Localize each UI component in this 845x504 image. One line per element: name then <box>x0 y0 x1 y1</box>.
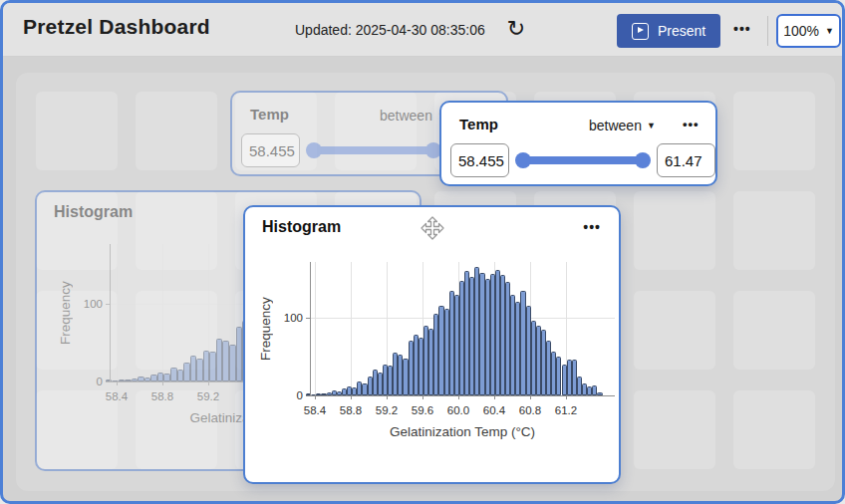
x-tick-label: 59.2 <box>376 404 398 416</box>
toolbar-divider <box>767 16 768 46</box>
x-tick-label: 58.4 <box>304 404 326 416</box>
x-axis <box>310 395 615 396</box>
histogram-bar <box>567 360 572 395</box>
placeholder-tile <box>733 390 815 469</box>
histogram-bar <box>526 306 531 395</box>
histogram-bar <box>449 291 454 395</box>
y-tick-label: 0 <box>73 376 103 387</box>
histogram-bar <box>229 345 236 381</box>
histogram-bar <box>438 306 443 395</box>
slider-handle-max[interactable] <box>635 152 651 168</box>
gridline <box>351 262 352 395</box>
zoom-value: 100% <box>783 23 819 39</box>
gridline <box>315 262 316 395</box>
x-tick-label: 58.4 <box>106 390 128 402</box>
histogram-bar <box>368 377 373 396</box>
temp-filter-panel: Temp between ▼ ••• <box>439 101 717 186</box>
placeholder-tile <box>733 92 815 170</box>
min-value-input[interactable] <box>450 143 509 177</box>
page-title: Pretzel Dashboard <box>23 15 210 39</box>
y-axis <box>110 244 111 381</box>
histogram-bar <box>150 375 157 381</box>
histogram-panel: Histogram ••• 58.458.859.259.660.060.460… <box>243 205 621 484</box>
y-tick-label: 0 <box>273 389 303 401</box>
more-menu-icon[interactable]: ••• <box>729 17 755 41</box>
histogram-bar <box>403 359 408 395</box>
refresh-icon[interactable]: ↻ <box>502 14 530 44</box>
x-tick-label: 61.2 <box>555 404 577 416</box>
placeholder-tile <box>634 390 715 469</box>
histogram-bar <box>520 291 525 395</box>
histogram-bar <box>196 359 203 381</box>
x-tick-label: 60.8 <box>519 404 541 416</box>
range-slider-track[interactable] <box>519 156 647 164</box>
y-axis <box>310 262 311 395</box>
slider-handle-min <box>306 142 322 158</box>
max-value-input[interactable] <box>657 143 715 177</box>
x-tick-label: 58.8 <box>340 404 362 416</box>
x-tick-label: 60.0 <box>447 404 469 416</box>
present-button-label: Present <box>658 23 705 39</box>
chevron-down-icon: ▼ <box>825 27 834 36</box>
histogram-bar <box>183 363 190 382</box>
x-tick-label: 58.8 <box>151 390 173 402</box>
placeholder-tile <box>733 291 815 370</box>
placeholder-tile <box>36 92 118 170</box>
histogram-bar <box>444 309 449 395</box>
chevron-down-icon[interactable]: ▼ <box>647 122 656 130</box>
y-tick-label: 100 <box>273 312 303 324</box>
gridline <box>162 244 163 381</box>
histogram-bar <box>556 357 561 395</box>
filter-title: Temp <box>459 116 498 132</box>
histogram-bar <box>479 273 484 395</box>
app-window: Pretzel Dashboard Updated: 2025-04-30 08… <box>0 0 845 504</box>
operator-dropdown: between <box>380 108 432 124</box>
histogram-bar <box>203 351 210 381</box>
operator-dropdown[interactable]: between <box>589 118 642 133</box>
histogram-chart: 58.458.859.259.660.060.460.861.20100Gela… <box>245 207 619 482</box>
play-icon <box>632 23 649 40</box>
present-button[interactable]: Present <box>617 14 720 48</box>
histogram-bar <box>409 341 414 395</box>
range-slider-track <box>310 146 437 154</box>
panel-menu-icon[interactable]: ••• <box>681 115 702 133</box>
histogram-bar <box>485 279 490 395</box>
histogram-bar <box>362 383 367 395</box>
histogram-bar <box>190 356 197 381</box>
histogram-bar <box>209 352 216 381</box>
top-bar: Pretzel Dashboard Updated: 2025-04-30 08… <box>3 3 842 57</box>
histogram-bar <box>177 370 184 381</box>
gridline <box>117 244 118 381</box>
histogram-bar <box>170 368 177 381</box>
y-axis-title: Frequency <box>258 262 273 395</box>
placeholder-tile <box>136 92 217 170</box>
zoom-dropdown[interactable]: 100% ▼ <box>776 14 841 48</box>
updated-timestamp: Updated: 2025-04-30 08:35:06 <box>295 22 485 38</box>
y-tick-label: 100 <box>73 298 103 310</box>
slider-handle-min[interactable] <box>515 152 531 168</box>
histogram-bar <box>216 339 223 381</box>
filter-title: Temp <box>250 106 289 123</box>
x-axis-title: Gelatinization Temp (°C) <box>390 424 535 439</box>
placeholder-tile <box>634 291 715 370</box>
x-tick-label: 59.6 <box>412 404 433 416</box>
histogram-bar <box>562 365 567 395</box>
x-tick-label: 59.2 <box>197 390 219 402</box>
x-tick-label: 60.4 <box>483 404 505 416</box>
min-value-input <box>241 133 300 167</box>
placeholder-tile <box>634 191 715 270</box>
histogram-bar <box>163 374 170 381</box>
placeholder-tile <box>733 191 815 270</box>
y-axis-title: Frequency <box>58 244 73 381</box>
